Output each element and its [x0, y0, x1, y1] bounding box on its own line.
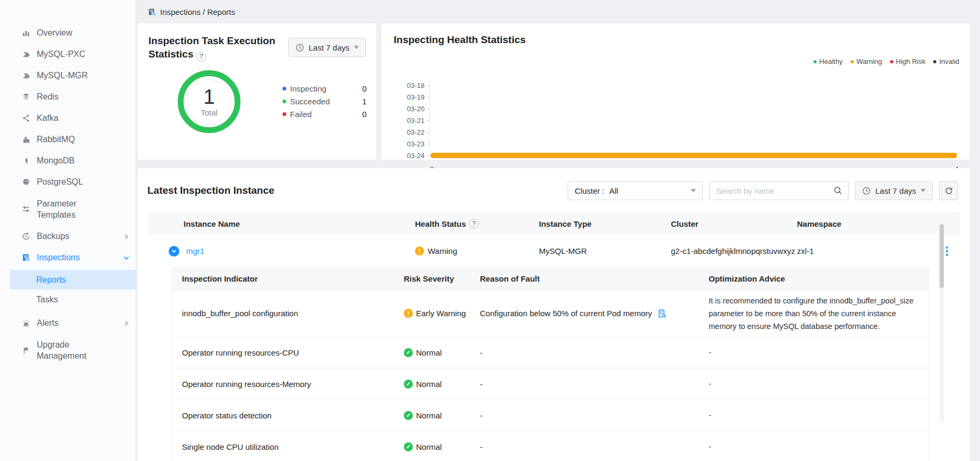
bar-chart-icon — [21, 28, 31, 38]
caret-down-icon — [920, 189, 926, 192]
severity-badge: !Early Warning — [394, 309, 470, 318]
col-inspection-indicator: Inspection Indicator — [172, 274, 394, 283]
chevron-down-icon — [123, 255, 129, 261]
dolphin-icon — [21, 71, 31, 80]
sidebar-item-upgrade-management[interactable]: Upgrade Management — [0, 334, 136, 367]
col-namespace: Namespace — [797, 219, 914, 228]
task-legend: Inspecting 0 Succeeded 1 Failed 0 — [283, 82, 367, 120]
layers-icon — [21, 92, 31, 102]
warning-icon: ! — [404, 309, 413, 318]
legend-label: Inspecting — [290, 84, 326, 93]
sidebar-item-tasks[interactable]: Tasks — [0, 290, 136, 309]
section-title: Latest Inspection Instance — [147, 185, 275, 196]
sidebar-item-postgresql[interactable]: PostgreSQL — [0, 171, 136, 193]
detail-header: Inspection Indicator Risk Severity Reaso… — [172, 268, 928, 290]
report-doc-icon[interactable] — [657, 309, 667, 318]
breadcrumb: Inspections / Reports — [138, 0, 980, 23]
sidebar-item-label: MongoDB — [37, 156, 74, 166]
legend-item-healthy: Healthy — [813, 57, 843, 65]
severity-badge: ✓Normal — [394, 380, 470, 389]
sidebar-item-mysql-mgr[interactable]: MySQL-MGR — [0, 65, 136, 86]
advice-text: - — [699, 377, 928, 390]
sidebar-item-label: Inspections — [37, 253, 80, 262]
legend-label: Succeeded — [290, 97, 330, 106]
reason-cell: - — [470, 442, 699, 451]
check-icon: ✓ — [404, 380, 413, 389]
alarm-icon — [21, 318, 31, 328]
main-content: Inspections / Reports Inspection Task Ex… — [136, 0, 980, 461]
reason-cell: - — [470, 411, 699, 420]
leaf-icon — [21, 156, 31, 166]
sidebar-item-mongodb[interactable]: MongoDB — [0, 150, 136, 171]
search-box — [709, 181, 849, 200]
sidebar-item-label: Kafka — [37, 113, 59, 123]
search-icon[interactable] — [833, 186, 843, 195]
legend-item-inspecting: Inspecting 0 — [283, 82, 367, 95]
table-row[interactable]: mgr1 ! Warning MySQL-MGR g2-c1-abcdefghi… — [148, 235, 960, 267]
severity-badge: ✓Normal — [394, 348, 470, 357]
inspection-doc-icon — [148, 8, 156, 16]
sidebar-item-alerts[interactable]: Alerts — [0, 312, 136, 334]
clock-icon — [295, 43, 304, 52]
namespace: zxl-1 — [797, 246, 914, 256]
y-tick-label: 03-19 — [394, 93, 427, 101]
instance-name-link[interactable]: mgr1 — [186, 246, 204, 256]
legend-item-failed: Failed 0 — [283, 108, 367, 120]
indicator: Operator running resources-Memory — [172, 380, 394, 389]
scrollbar-thumb[interactable] — [940, 224, 944, 288]
sidebar-item-rabbitmq[interactable]: RabbitMQ — [0, 129, 136, 150]
sidebar-item-parameter-templates[interactable]: Parameter Templates — [0, 193, 136, 226]
legend-dot — [813, 60, 817, 63]
expand-row-icon[interactable] — [169, 246, 179, 257]
cluster-select[interactable]: Cluster : All — [568, 181, 703, 200]
refresh-icon — [944, 186, 953, 195]
latest-inspection-card: Latest Inspection Instance Cluster : All… — [138, 168, 970, 461]
severity-badge: ✓Normal — [394, 442, 470, 451]
legend-dot — [283, 100, 286, 103]
check-icon: ✓ — [404, 442, 413, 451]
advice-text: - — [699, 346, 928, 359]
date-range-dropdown[interactable]: Last 7 days — [288, 38, 366, 57]
detail-row: Operator running resources-Memory ✓Norma… — [172, 368, 928, 399]
sidebar-item-mysql-pxc[interactable]: MySQL-PXC — [0, 44, 136, 65]
check-icon: ✓ — [404, 411, 413, 420]
sidebar-item-backups[interactable]: Backups — [0, 226, 136, 247]
inspection-doc-icon — [21, 253, 31, 262]
detail-row: Operator status detection ✓Normal - - — [172, 399, 928, 431]
scrollbar-track[interactable] — [940, 224, 944, 422]
sidebar-item-reports[interactable]: Reports — [10, 270, 136, 290]
sidebar-item-inspections[interactable]: Inspections — [0, 247, 136, 268]
legend-item-warning: Warning — [851, 57, 882, 65]
y-tick-label: 03-18 — [394, 81, 427, 89]
sidebar-item-redis[interactable]: Redis — [0, 86, 136, 108]
legend-value: 0 — [362, 84, 367, 93]
date-range-dropdown[interactable]: Last 7 days — [855, 181, 933, 200]
legend-item-invalid: Invalid — [933, 57, 959, 65]
legend-item-succeeded: Succeeded 1 — [283, 95, 367, 108]
clock-icon — [862, 186, 871, 195]
cluster-select-label: Cluster : — [575, 186, 604, 195]
legend-value: 0 — [362, 110, 367, 119]
chevron-right-icon — [123, 320, 129, 326]
check-icon: ✓ — [404, 348, 413, 357]
instance-type: MySQL-MGR — [539, 246, 671, 256]
search-input[interactable] — [716, 186, 833, 195]
help-icon[interactable]: ? — [469, 219, 479, 228]
y-tick-label: 03-23 — [394, 140, 427, 148]
sliders-icon — [21, 204, 31, 214]
sidebar-item-overview[interactable]: Overview — [0, 22, 136, 44]
sidebar-item-label: Upgrade Management — [37, 339, 95, 361]
detail-row: Single node CPU utilization ✓Normal - - — [172, 431, 928, 461]
col-instance-name: Instance Name — [148, 219, 415, 228]
sidebar-item-kafka[interactable]: Kafka — [0, 108, 136, 129]
col-risk-severity: Risk Severity — [394, 274, 470, 283]
refresh-button[interactable] — [939, 181, 958, 200]
col-health-status: Health Status? — [415, 219, 539, 228]
help-icon[interactable]: ? — [196, 52, 206, 62]
sidebar-item-label: Overview — [37, 28, 72, 38]
kebab-menu-icon[interactable] — [946, 246, 948, 256]
warning-bar[interactable] — [430, 153, 957, 158]
caret-down-icon — [354, 46, 359, 49]
indicator: innodb_buffer_pool configuration — [172, 309, 394, 318]
indicator: Operator running resources-CPU — [172, 348, 394, 357]
